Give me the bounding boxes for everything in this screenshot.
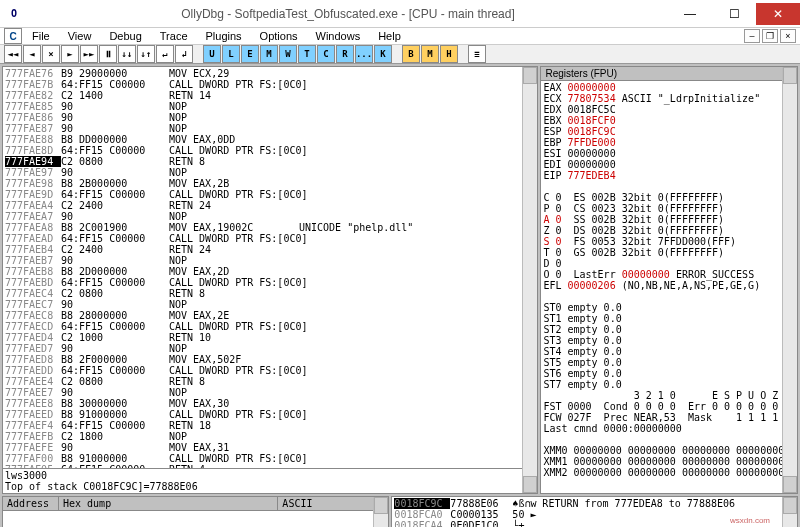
cpu-icon[interactable]: C: [4, 28, 22, 44]
register-line: ST3 empty 0.0: [543, 335, 795, 346]
scrollbar[interactable]: [373, 497, 388, 527]
disasm-row[interactable]: 777FAEAD64:FF15 C00000CALL DWORD PTR FS:…: [5, 233, 535, 244]
toolbar-letter-button-0[interactable]: U: [203, 45, 221, 63]
close-button[interactable]: ✕: [756, 3, 800, 25]
disasm-row[interactable]: 777FAF00B8 91000000CALL DWORD PTR FS:[0C…: [5, 453, 535, 464]
minimize-button[interactable]: —: [668, 3, 712, 25]
menu-help[interactable]: Help: [370, 28, 409, 44]
disasm-row[interactable]: 777FAEC790NOP: [5, 299, 535, 310]
toolbar-yellow-button-2[interactable]: H: [440, 45, 458, 63]
disasm-row[interactable]: 777FAE76B9 29000000MOV ECX,29: [5, 68, 535, 79]
menu-trace[interactable]: Trace: [152, 28, 196, 44]
disasm-row[interactable]: 777FAE88B8 DD000000MOV EAX,0DD: [5, 134, 535, 145]
disasm-row[interactable]: 777FAEB790NOP: [5, 255, 535, 266]
disasm-row[interactable]: 777FAEFBC2 1800NOP: [5, 431, 535, 442]
register-line: ST0 empty 0.0: [543, 302, 795, 313]
disasm-row[interactable]: 777FAEEDB8 91000000CALL DWORD PTR FS:[0C…: [5, 409, 535, 420]
menu-file[interactable]: File: [24, 28, 58, 44]
toolbar-letter-button-3[interactable]: M: [260, 45, 278, 63]
menu-windows[interactable]: Windows: [308, 28, 369, 44]
disasm-row[interactable]: 777FAE8690NOP: [5, 112, 535, 123]
toolbar-options-button[interactable]: ≡: [468, 45, 486, 63]
child-minimize-button[interactable]: –: [744, 29, 760, 43]
menu-plugins[interactable]: Plugins: [198, 28, 250, 44]
toolbar-letter-button-2[interactable]: E: [241, 45, 259, 63]
toolbar-nav-button-9[interactable]: ↲: [175, 45, 193, 63]
register-line: [543, 291, 795, 302]
disasm-row[interactable]: 777FAEA8B8 2C001900MOV EAX,19002CUNICODE…: [5, 222, 535, 233]
scrollbar[interactable]: [782, 67, 797, 493]
disasm-row[interactable]: 777FAE82C2 1400RETN 14: [5, 90, 535, 101]
maximize-button[interactable]: ☐: [712, 3, 756, 25]
disasm-row[interactable]: 777FAEE4C2 0800RETN 8: [5, 376, 535, 387]
disasm-row[interactable]: 777FAE9790NOP: [5, 167, 535, 178]
disasm-row[interactable]: 777FAE8790NOP: [5, 123, 535, 134]
scrollbar[interactable]: [782, 497, 797, 527]
register-line: S 0 FS 0053 32bit 7FFDD000(FFF): [543, 236, 795, 247]
register-line: ECX 77807534 ASCII "_LdrpInitialize": [543, 93, 795, 104]
disasm-row[interactable]: 777FAE8D64:FF15 C00000CALL DWORD PTR FS:…: [5, 145, 535, 156]
toolbar-nav-button-2[interactable]: ×: [42, 45, 60, 63]
disasm-row[interactable]: 777FAEF464:FF15 C00000RETN 18: [5, 420, 535, 431]
stack-row[interactable]: 0018FC9C77888E06♠ß∩wRETURN from 777EDEA8…: [394, 498, 795, 509]
toolbar-nav-button-0[interactable]: ◄◄: [4, 45, 22, 63]
toolbar-nav-button-8[interactable]: ↵: [156, 45, 174, 63]
register-line: 3 2 1 0 E S P U O Z D I: [543, 390, 795, 401]
disasm-row[interactable]: 777FAE94C2 0800RETN 8: [5, 156, 535, 167]
toolbar-nav-button-5[interactable]: ⏸: [99, 45, 117, 63]
child-close-button[interactable]: ×: [780, 29, 796, 43]
disasm-row[interactable]: 777FAEC8B8 28000000MOV EAX,2E: [5, 310, 535, 321]
disasm-row[interactable]: 777FAEE8B8 30000000MOV EAX,30: [5, 398, 535, 409]
register-line: FCW 027F Prec NEAR,53 Mask 1 1 1 1 1 1: [543, 412, 795, 423]
client-area: 777FAE76B9 29000000MOV ECX,29777FAE7B64:…: [0, 64, 800, 527]
dump-header: Address Hex dump ASCII: [3, 497, 388, 511]
register-line: EIP 777EDEB4: [543, 170, 795, 181]
register-line: ST1 empty 0.0: [543, 313, 795, 324]
toolbar-nav-button-7[interactable]: ↓↑: [137, 45, 155, 63]
toolbar-yellow-button-0[interactable]: B: [402, 45, 420, 63]
toolbar-yellow-button-1[interactable]: M: [421, 45, 439, 63]
toolbar-nav-button-6[interactable]: ↓↓: [118, 45, 136, 63]
disasm-row[interactable]: 777FAEA790NOP: [5, 211, 535, 222]
disasm-row[interactable]: 777FAED8B8 2F000000MOV EAX,502F: [5, 354, 535, 365]
disasm-footer2: Top of stack C0018FC9C]=77888E06: [5, 481, 535, 492]
toolbar-letter-button-5[interactable]: T: [298, 45, 316, 63]
toolbar-letter-button-1[interactable]: L: [222, 45, 240, 63]
toolbar-nav-button-4[interactable]: ►►: [80, 45, 98, 63]
disassembly-pane[interactable]: 777FAE76B9 29000000MOV ECX,29777FAE7B64:…: [2, 66, 538, 494]
disasm-row[interactable]: 777FAED4C2 1000RETN 10: [5, 332, 535, 343]
menubar: C File View Debug Trace Plugins Options …: [0, 28, 800, 45]
disasm-row[interactable]: 777FAE7B64:FF15 C00000CALL DWORD PTR FS:…: [5, 79, 535, 90]
menu-options[interactable]: Options: [252, 28, 306, 44]
disasm-row[interactable]: 777FAEDD64:FF15 C00000CALL DWORD PTR FS:…: [5, 365, 535, 376]
disasm-row[interactable]: 777FAEBD64:FF15 C00000CALL DWORD PTR FS:…: [5, 277, 535, 288]
register-line: [543, 181, 795, 192]
app-icon: O: [0, 0, 28, 28]
menu-view[interactable]: View: [60, 28, 100, 44]
dump-pane[interactable]: Address Hex dump ASCII: [2, 496, 389, 527]
disasm-row[interactable]: 777FAEA4C2 2400RETN 24: [5, 200, 535, 211]
scrollbar[interactable]: [522, 67, 537, 493]
disasm-row[interactable]: 777FAE9D64:FF15 C00000CALL DWORD PTR FS:…: [5, 189, 535, 200]
disasm-row[interactable]: 777FAEC4C2 0800RETN 8: [5, 288, 535, 299]
menu-debug[interactable]: Debug: [101, 28, 149, 44]
disasm-row[interactable]: 777FAEE790NOP: [5, 387, 535, 398]
child-restore-button[interactable]: ❐: [762, 29, 778, 43]
disasm-row[interactable]: 777FAED790NOP: [5, 343, 535, 354]
register-line: EBP 7FFDE000: [543, 137, 795, 148]
toolbar-nav-button-3[interactable]: ►: [61, 45, 79, 63]
disasm-row[interactable]: 777FAE8590NOP: [5, 101, 535, 112]
toolbar-letter-button-7[interactable]: R: [336, 45, 354, 63]
toolbar-nav-button-1[interactable]: ◄: [23, 45, 41, 63]
register-line: C 0 ES 002B 32bit 0(FFFFFFFF): [543, 192, 795, 203]
disasm-row[interactable]: 777FAECD64:FF15 C00000CALL DWORD PTR FS:…: [5, 321, 535, 332]
disasm-row[interactable]: 777FAEB8B8 2D000000MOV EAX,2D: [5, 266, 535, 277]
toolbar-letter-button-6[interactable]: C: [317, 45, 335, 63]
disasm-row[interactable]: 777FAEB4C2 2400RETN 24: [5, 244, 535, 255]
disasm-row[interactable]: 777FAE98B8 2B000000MOV EAX,2B: [5, 178, 535, 189]
toolbar-letter-button-8[interactable]: ...: [355, 45, 373, 63]
registers-pane[interactable]: Registers (FPU) EAX 00000000ECX 77807534…: [540, 66, 798, 494]
disasm-row[interactable]: 777FAEFE90MOV EAX,31: [5, 442, 535, 453]
toolbar-letter-button-9[interactable]: K: [374, 45, 392, 63]
toolbar-letter-button-4[interactable]: W: [279, 45, 297, 63]
